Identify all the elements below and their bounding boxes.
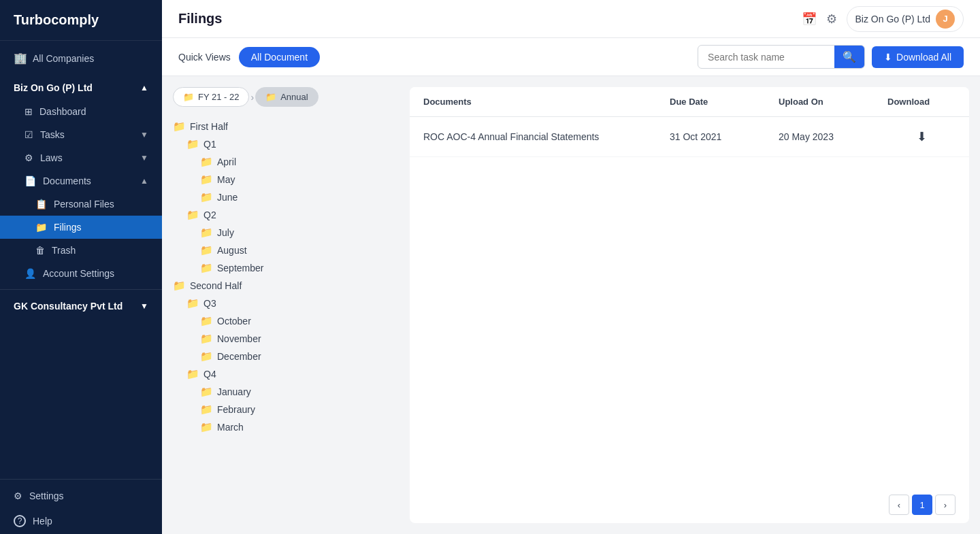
doc-download-button[interactable]: ⬇ — [887, 128, 956, 146]
tree-node-june[interactable]: 📁 June — [200, 188, 399, 206]
col-upload-on: Upload On — [779, 97, 887, 107]
search-button[interactable]: 🔍 — [834, 46, 864, 68]
doc-name: ROC AOC-4 Annual Financial Statements — [423, 131, 670, 142]
tree-node-february[interactable]: 📁 Febraury — [200, 401, 399, 418]
tree-node-august[interactable]: 📁 August — [200, 241, 399, 259]
chevron-up-icon: ▲ — [140, 83, 148, 93]
sidebar-item-personal-files[interactable]: 📋 Personal Files — [0, 193, 162, 216]
toolbar: Quick Views All Document 🔍 ⬇ Download Al… — [162, 38, 980, 76]
sidebar-company-gk[interactable]: GK Consultancy Pvt Ltd ▼ — [0, 294, 162, 318]
folder-icon: 📁 — [200, 403, 213, 416]
sidebar: Turbocomply 🏢 All Companies Biz On Go (P… — [0, 0, 162, 534]
tree-node-july[interactable]: 📁 July — [200, 224, 399, 241]
tree-node-q2[interactable]: 📁 Q2 — [186, 206, 399, 224]
gk-chevron-icon: ▼ — [140, 301, 148, 311]
col-documents: Documents — [423, 97, 670, 107]
folder-icon: 📁 — [200, 262, 213, 274]
avatar: J — [936, 10, 955, 29]
tree-node-q4[interactable]: 📁 Q4 — [186, 365, 399, 383]
file-tree: 📁 First Half 📁 Q1 📁 April — [173, 118, 399, 436]
company-selector[interactable]: Biz On Go (P) Ltd J — [847, 6, 964, 32]
all-document-button[interactable]: All Document — [239, 47, 320, 67]
folder-icon: 📁 — [200, 386, 213, 398]
sidebar-item-laws[interactable]: ⚙ Laws ▼ — [0, 146, 162, 169]
breadcrumb: 📁 FY 21 - 22 › 📁 Annual — [173, 87, 399, 107]
toolbar-left: Quick Views All Document — [178, 47, 320, 67]
sidebar-item-tasks[interactable]: ☑ Tasks ▼ — [0, 123, 162, 146]
tree-node-november[interactable]: 📁 November — [200, 330, 399, 348]
folder-icon: 📁 — [173, 120, 186, 133]
sidebar-item-dashboard[interactable]: ⊞ Dashboard — [0, 100, 162, 123]
sidebar-item-help[interactable]: ? Help — [0, 508, 162, 534]
personal-files-icon: 📋 — [35, 199, 47, 210]
col-due-date: Due Date — [670, 97, 779, 107]
folder-icon: 📁 — [200, 244, 213, 256]
content-area: 📁 FY 21 - 22 › 📁 Annual 📁 First Half — [162, 76, 980, 534]
page-header: Filings 📅 ⚙ Biz On Go (P) Ltd J — [162, 0, 980, 38]
prev-page-button[interactable]: ‹ — [889, 495, 909, 515]
header-right: 📅 ⚙ Biz On Go (P) Ltd J — [802, 6, 964, 32]
main-content: Filings 📅 ⚙ Biz On Go (P) Ltd J Quick Vi… — [162, 0, 980, 534]
calendar-icon[interactable]: 📅 — [802, 12, 817, 27]
breadcrumb-annual[interactable]: 📁 Annual — [255, 87, 318, 107]
laws-icon: ⚙ — [24, 152, 33, 163]
trash-icon: 🗑 — [35, 245, 45, 256]
doc-due-date: 31 Oct 2021 — [670, 131, 779, 142]
tree-node-september[interactable]: 📁 September — [200, 259, 399, 277]
sidebar-company-biz[interactable]: Biz On Go (P) Ltd ▲ — [0, 76, 162, 100]
filings-icon: 📁 — [35, 222, 47, 233]
doc-table-header: Documents Due Date Upload On Download — [410, 87, 969, 117]
tree-children-second-half: 📁 Q3 📁 October 📁 November 📁 — [173, 295, 399, 436]
sidebar-item-settings[interactable]: ⚙ Settings — [0, 484, 162, 508]
folder-icon: 📁 — [200, 315, 213, 327]
tree-node-december[interactable]: 📁 December — [200, 348, 399, 365]
account-icon: 👤 — [24, 268, 36, 279]
tree-node-january[interactable]: 📁 January — [200, 383, 399, 401]
dashboard-icon: ⊞ — [24, 106, 33, 117]
folder-icon: 📁 — [173, 280, 186, 292]
tree-node-q3[interactable]: 📁 Q3 — [186, 295, 399, 312]
tree-node-march[interactable]: 📁 March — [200, 418, 399, 436]
gear-icon[interactable]: ⚙ — [826, 12, 837, 27]
search-input[interactable] — [698, 47, 834, 67]
folder-icon: 📁 — [200, 156, 213, 168]
pagination: ‹ 1 › — [410, 486, 969, 523]
sidebar-item-trash[interactable]: 🗑 Trash — [0, 239, 162, 262]
tree-children-q4: 📁 January 📁 Febraury 📁 March — [186, 383, 399, 436]
laws-chevron: ▼ — [140, 153, 148, 163]
folder-icon: 📁 — [200, 191, 213, 203]
page-title: Filings — [178, 11, 222, 27]
col-download: Download — [887, 97, 956, 107]
sidebar-item-documents[interactable]: 📄 Documents ▲ — [0, 169, 162, 193]
tree-node-second-half[interactable]: 📁 Second Half — [173, 277, 399, 295]
folder-icon: 📁 — [186, 297, 199, 310]
tree-node-april[interactable]: 📁 April — [200, 153, 399, 171]
quick-views-label: Quick Views — [178, 52, 231, 63]
breadcrumb-fy[interactable]: 📁 FY 21 - 22 — [173, 87, 249, 107]
page-1-button[interactable]: 1 — [912, 495, 932, 515]
sidebar-item-account-settings[interactable]: 👤 Account Settings — [0, 262, 162, 285]
tree-node-october[interactable]: 📁 October — [200, 312, 399, 330]
help-icon: ? — [14, 515, 26, 527]
folder-icon: 📁 — [200, 421, 213, 433]
download-all-button[interactable]: ⬇ Download All — [872, 46, 964, 68]
toolbar-right: 🔍 ⬇ Download All — [698, 45, 964, 69]
sidebar-item-filings[interactable]: 📁 Filings — [0, 216, 162, 239]
tree-node-may[interactable]: 📁 May — [200, 171, 399, 188]
tree-children-first-half: 📁 Q1 📁 April 📁 May 📁 — [173, 135, 399, 277]
folder-icon: 📁 — [200, 350, 213, 363]
sidebar-item-all-companies[interactable]: 🏢 All Companies — [0, 45, 162, 71]
tree-node-q1[interactable]: 📁 Q1 — [186, 135, 399, 153]
tasks-chevron: ▼ — [140, 130, 148, 139]
breadcrumb-arrow: › — [250, 92, 254, 103]
folder-icon: 📁 — [200, 173, 213, 186]
tasks-icon: ☑ — [24, 129, 33, 140]
documents-icon: 📄 — [24, 176, 36, 186]
tree-children-q3: 📁 October 📁 November 📁 December — [186, 312, 399, 365]
settings-icon: ⚙ — [14, 490, 22, 501]
tree-node-first-half[interactable]: 📁 First Half — [173, 118, 399, 135]
folder-icon-annual: 📁 — [265, 92, 276, 102]
company-name: Biz On Go (P) Ltd — [855, 14, 930, 24]
next-page-button[interactable]: › — [935, 495, 956, 515]
app-logo: Turbocomply — [0, 0, 162, 41]
